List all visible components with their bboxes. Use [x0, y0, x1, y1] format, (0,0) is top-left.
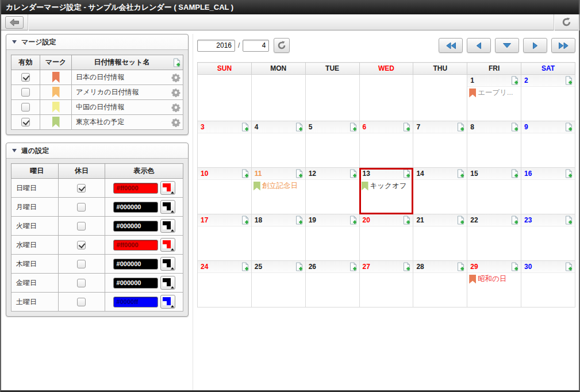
- enabled-checkbox[interactable]: [21, 118, 30, 126]
- calendar-cell[interactable]: 20: [359, 214, 413, 261]
- calendar-cell[interactable]: 29昭和の日: [467, 261, 521, 308]
- calendar-cell[interactable]: 16: [521, 168, 575, 214]
- holiday-checkbox[interactable]: [77, 222, 86, 230]
- color-hex-input[interactable]: #000000: [113, 278, 158, 289]
- add-event-icon[interactable]: [402, 169, 411, 178]
- color-hex-input[interactable]: #0000ff: [113, 297, 158, 308]
- calendar-cell[interactable]: 7: [413, 121, 467, 168]
- color-picker-button[interactable]: [160, 200, 175, 214]
- holiday-checkbox[interactable]: [77, 298, 86, 306]
- color-hex-input[interactable]: #000000: [113, 202, 158, 213]
- calendar-cell[interactable]: 10: [198, 168, 252, 214]
- calendar-cell[interactable]: 25: [251, 261, 305, 308]
- holiday-checkbox[interactable]: [77, 203, 86, 212]
- enabled-checkbox[interactable]: [21, 88, 30, 97]
- calendar-cell[interactable]: 3: [198, 121, 252, 168]
- add-event-icon[interactable]: [240, 122, 249, 132]
- color-picker-button[interactable]: [160, 219, 175, 233]
- nav-next-month-button[interactable]: [523, 38, 547, 53]
- color-hex-input[interactable]: #ff0000: [113, 183, 158, 194]
- calendar-cell[interactable]: 24: [198, 261, 252, 308]
- add-event-icon[interactable]: [294, 262, 304, 271]
- add-event-icon[interactable]: [348, 216, 358, 225]
- calendar-cell[interactable]: 22: [467, 214, 521, 261]
- add-event-icon[interactable]: [564, 216, 573, 225]
- calendar-cell[interactable]: 18: [251, 214, 305, 261]
- add-event-icon[interactable]: [510, 169, 519, 178]
- add-event-icon[interactable]: [294, 216, 304, 225]
- add-event-icon[interactable]: [348, 122, 358, 132]
- calendar-cell[interactable]: 26: [305, 261, 359, 308]
- calendar-cell-selected[interactable]: 13キックオフ: [359, 168, 413, 214]
- add-event-icon[interactable]: [294, 169, 304, 178]
- color-picker-button[interactable]: [160, 238, 175, 252]
- calendar-cell[interactable]: 9: [521, 121, 575, 168]
- add-event-icon[interactable]: [402, 262, 411, 271]
- color-hex-input[interactable]: #000000: [113, 259, 158, 270]
- color-hex-input[interactable]: #000000: [113, 221, 158, 232]
- add-event-icon[interactable]: [456, 122, 465, 132]
- holiday-checkbox[interactable]: [77, 184, 86, 193]
- add-event-icon[interactable]: [510, 76, 519, 85]
- color-picker-button[interactable]: [160, 276, 175, 290]
- add-event-icon[interactable]: [456, 216, 465, 225]
- calendar-cell[interactable]: 5: [305, 121, 359, 168]
- nav-next-year-button[interactable]: [551, 38, 575, 53]
- back-button[interactable]: [5, 16, 24, 29]
- calendar-cell[interactable]: 1エープリ...: [467, 75, 521, 121]
- color-hex-input[interactable]: #ff0000: [113, 240, 158, 251]
- calendar-cell[interactable]: 11創立記念日: [251, 168, 305, 214]
- color-picker-button[interactable]: [160, 295, 175, 309]
- color-picker-button[interactable]: [160, 257, 175, 271]
- calendar-cell[interactable]: 15: [467, 168, 521, 214]
- nav-current-button[interactable]: [495, 38, 519, 53]
- calendar-refresh-button[interactable]: [274, 38, 290, 53]
- add-event-icon[interactable]: [294, 122, 304, 132]
- calendar-cell[interactable]: 21: [413, 214, 467, 261]
- settings-gear-icon[interactable]: [171, 88, 180, 97]
- calendar-cell[interactable]: 27: [359, 261, 413, 308]
- calendar-cell[interactable]: 4: [251, 121, 305, 168]
- holiday-checkbox[interactable]: [77, 279, 86, 287]
- year-input[interactable]: [197, 40, 235, 52]
- add-event-icon[interactable]: [564, 262, 573, 271]
- settings-gear-icon[interactable]: [171, 73, 180, 82]
- add-event-icon[interactable]: [564, 122, 573, 132]
- add-event-icon[interactable]: [240, 169, 249, 178]
- add-event-icon[interactable]: [348, 169, 358, 178]
- calendar-cell[interactable]: 6: [359, 121, 413, 168]
- calendar-cell[interactable]: 19: [305, 214, 359, 261]
- month-input[interactable]: [243, 40, 269, 52]
- settings-gear-icon[interactable]: [171, 103, 180, 112]
- calendar-cell[interactable]: 17: [198, 214, 252, 261]
- add-dateset-icon[interactable]: [172, 58, 181, 67]
- calendar-cell[interactable]: 12: [305, 168, 359, 214]
- add-event-icon[interactable]: [456, 169, 465, 178]
- add-event-icon[interactable]: [510, 122, 519, 132]
- add-event-icon[interactable]: [402, 122, 411, 132]
- add-event-icon[interactable]: [402, 216, 411, 225]
- add-event-icon[interactable]: [510, 262, 519, 271]
- add-event-icon[interactable]: [240, 262, 249, 271]
- calendar-cell[interactable]: 2: [521, 75, 575, 121]
- nav-prev-month-button[interactable]: [467, 38, 491, 53]
- calendar-cell[interactable]: 30: [521, 261, 575, 308]
- calendar-event[interactable]: キックオフ: [360, 180, 413, 191]
- calendar-event[interactable]: 昭和の日: [467, 273, 521, 284]
- merge-settings-header[interactable]: マージ設定: [6, 34, 188, 50]
- add-event-icon[interactable]: [510, 216, 519, 225]
- calendar-event[interactable]: エープリ...: [467, 87, 521, 98]
- enabled-checkbox[interactable]: [21, 73, 30, 82]
- add-event-icon[interactable]: [348, 262, 358, 271]
- add-event-icon[interactable]: [564, 76, 573, 85]
- holiday-checkbox[interactable]: [77, 241, 86, 249]
- color-picker-button[interactable]: [160, 181, 175, 195]
- calendar-cell[interactable]: 23: [521, 214, 575, 261]
- add-event-icon[interactable]: [240, 216, 249, 225]
- holiday-checkbox[interactable]: [77, 260, 86, 268]
- add-event-icon[interactable]: [564, 169, 573, 178]
- calendar-cell[interactable]: 14: [413, 168, 467, 214]
- settings-gear-icon[interactable]: [171, 118, 180, 127]
- enabled-checkbox[interactable]: [21, 103, 30, 112]
- reload-button[interactable]: [554, 14, 578, 30]
